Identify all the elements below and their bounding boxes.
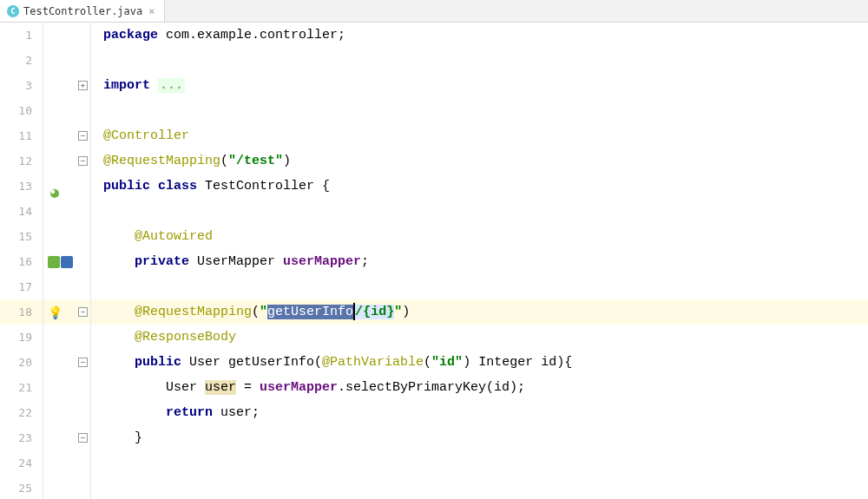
text-selection: getUserInfo xyxy=(267,305,353,319)
tab-bar: C TestController.java × xyxy=(0,0,868,23)
line-number: 20 xyxy=(0,350,43,375)
code-line: import ... xyxy=(91,73,868,98)
line-number: 23 xyxy=(0,425,43,450)
line-number: 22 xyxy=(0,400,43,425)
code-line xyxy=(91,476,868,499)
code-line: public class TestController { xyxy=(91,174,868,199)
line-number: 3 xyxy=(0,73,43,98)
line-number: 11 xyxy=(0,123,43,148)
code-line xyxy=(91,199,868,224)
file-tab[interactable]: C TestController.java × xyxy=(0,0,165,22)
code-line: public User getUserInfo(@PathVariable("i… xyxy=(91,350,868,375)
class-file-icon: C xyxy=(7,5,19,17)
tab-filename: TestController.java xyxy=(23,5,142,17)
line-number: 25 xyxy=(0,476,43,499)
code-line: @ResponseBody xyxy=(91,325,868,350)
line-number: 10 xyxy=(0,98,43,123)
navigate-icon[interactable] xyxy=(48,256,60,268)
line-number: 19 xyxy=(0,325,43,350)
fold-collapse-icon[interactable]: − xyxy=(78,307,88,317)
code-line: User user = userMapper.selectByPrimaryKe… xyxy=(91,375,868,400)
code-line xyxy=(91,274,868,299)
line-number: 15 xyxy=(0,224,43,249)
line-number: 18 xyxy=(0,299,43,325)
line-number: 17 xyxy=(0,274,43,299)
lightbulb-icon[interactable]: 💡 xyxy=(48,305,62,319)
line-number: 1 xyxy=(0,23,43,48)
code-line xyxy=(91,450,868,476)
editor: 1 2 3 10 11 12 13 14 15 16 17 18 19 20 2… xyxy=(0,23,868,499)
code-line: package com.example.controller; xyxy=(91,23,868,48)
line-number: 12 xyxy=(0,148,43,174)
fold-collapse-icon[interactable]: − xyxy=(78,156,88,166)
line-number: 16 xyxy=(0,249,43,274)
fold-collapse-icon[interactable]: − xyxy=(78,131,88,141)
line-number-gutter: 1 2 3 10 11 12 13 14 15 16 17 18 19 20 2… xyxy=(0,23,43,499)
code-line: @RequestMapping("/test") xyxy=(91,148,868,174)
code-line: @Controller xyxy=(91,123,868,148)
code-line xyxy=(91,48,868,73)
code-line: } xyxy=(91,425,868,450)
code-line: private UserMapper userMapper; xyxy=(91,249,868,274)
icon-gutter: + − − 💡− − − xyxy=(43,23,91,499)
navigate-icon[interactable] xyxy=(61,256,73,268)
line-number: 21 xyxy=(0,375,43,400)
code-line: return user; xyxy=(91,400,868,425)
line-number: 2 xyxy=(0,48,43,73)
code-line: @Autowired xyxy=(91,224,868,249)
folded-block[interactable]: ... xyxy=(158,78,185,93)
fold-expand-icon[interactable]: + xyxy=(78,81,88,90)
line-number: 13 xyxy=(0,174,43,199)
code-line-active: @RequestMapping("getUserInfo/{id}") xyxy=(91,299,868,325)
code-area[interactable]: package com.example.controller; import .… xyxy=(91,23,868,499)
line-number: 24 xyxy=(0,450,43,476)
fold-collapse-icon[interactable]: − xyxy=(78,358,88,367)
line-number: 14 xyxy=(0,199,43,224)
close-icon[interactable]: × xyxy=(147,5,156,17)
code-line xyxy=(91,98,868,123)
fold-collapse-icon[interactable]: − xyxy=(78,433,88,443)
